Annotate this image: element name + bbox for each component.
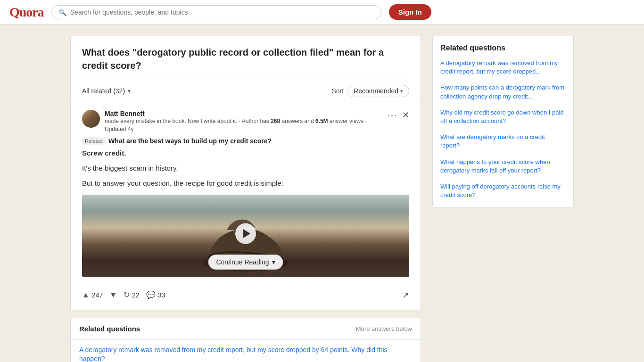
sidebar-link-4[interactable]: What are derogatory marks on a credit re… (440, 133, 566, 150)
author-info: Matt Bennett made every mistake in the b… (82, 110, 388, 133)
search-icon: 🔍 (58, 8, 66, 16)
related-questions-bottom-title: Related questions (79, 325, 140, 333)
logo: Quora (9, 5, 44, 20)
vote-row: ▲ 247 ▼ ↻ 22 💬 33 ↗ (82, 285, 409, 302)
downvote-button[interactable]: ▼ (109, 291, 117, 299)
related-tag: Related (82, 137, 106, 145)
more-answers-label: More answers below (356, 325, 412, 332)
related-bottom-link-1[interactable]: A derogatory remark was removed from my … (71, 340, 421, 362)
sort-section: Sort Recommended ▾ (331, 85, 409, 97)
downvote-icon: ▼ (109, 291, 117, 299)
answer-text-bold: Screw credit. (82, 148, 409, 159)
answer-text1: Screw credit. (82, 149, 126, 157)
related-bottom-header: Related questions More answers below (71, 318, 421, 340)
chevron-down-icon: ▾ (128, 88, 131, 94)
close-button[interactable]: ✕ (402, 110, 409, 120)
author-name[interactable]: Matt Bennett (105, 110, 388, 117)
author-answers: 268 (271, 118, 280, 124)
vote-actions: ▲ 247 ▼ ↻ 22 💬 33 (82, 290, 165, 299)
search-input[interactable] (70, 8, 374, 16)
author-details: Matt Bennett made every mistake in the b… (105, 110, 388, 133)
upvote-icon: ▲ (82, 291, 90, 299)
sidebar-link-1[interactable]: A derogatory remark was removed from my … (440, 59, 566, 76)
chevron-down-icon: ▾ (400, 88, 403, 94)
question-card: What does "derogatory public record or c… (70, 36, 421, 102)
author-bio-text2: answers and (280, 118, 315, 124)
sidebar-link-5[interactable]: What happens to your credit score when d… (440, 158, 566, 175)
sidebar-title: Related questions (440, 44, 566, 52)
sidebar-link-3[interactable]: Why did my credit score go down when I p… (440, 108, 566, 125)
reshare-icon: ↻ (124, 290, 130, 299)
reshare-button[interactable]: ↻ 22 (124, 290, 140, 299)
sidebar-link-6[interactable]: Will paying off derogatory accounts rais… (440, 182, 566, 199)
header: Quora 🔍 Sign In (0, 0, 644, 25)
reshare-count: 22 (132, 291, 140, 299)
continue-reading-label: Continue Reading (216, 258, 269, 266)
left-column: What does "derogatory public record or c… (70, 36, 421, 362)
recommended-label: Recommended (354, 87, 398, 95)
main-container: What does "derogatory public record or c… (63, 25, 581, 362)
related-question-text: What are the best ways to build up my cr… (108, 137, 272, 145)
comment-count: 33 (158, 291, 165, 299)
share-button[interactable]: ↗ (402, 290, 409, 300)
answer-block: Matt Bennett made every mistake in the b… (70, 102, 421, 310)
continue-reading-button[interactable]: Continue Reading ▾ (208, 255, 283, 270)
question-title: What does "derogatory public record or c… (82, 46, 409, 72)
play-icon (243, 229, 250, 239)
search-bar[interactable]: 🔍 (51, 5, 381, 19)
sign-in-button[interactable]: Sign In (389, 4, 431, 20)
related-tag-row: Related What are the best ways to build … (82, 137, 409, 145)
comment-button[interactable]: 💬 33 (146, 290, 165, 299)
upvote-button[interactable]: ▲ 247 (82, 291, 103, 299)
answer-header: Matt Bennett made every mistake in the b… (82, 110, 409, 133)
all-related-label: All related (32) (82, 87, 125, 95)
answer-filters: All related (32) ▾ Sort Recommended ▾ (82, 80, 409, 102)
author-bio-text1: made every mistake in the book. Now I wr… (105, 118, 271, 124)
right-sidebar: Related questions A derogatory remark wa… (432, 36, 574, 207)
sidebar-link-2[interactable]: How many points can a derogatory mark fr… (440, 83, 566, 100)
answer-actions: ··· ✕ (388, 110, 409, 120)
author-bio: made every mistake in the book. Now I wr… (105, 117, 388, 133)
answer-text2: It's the biggest scam in history. (82, 163, 409, 174)
upvote-count: 247 (92, 291, 103, 299)
comment-icon: 💬 (146, 290, 156, 299)
share-icon: ↗ (402, 290, 409, 300)
play-button[interactable] (235, 223, 256, 244)
sort-dropdown[interactable]: Recommended ▾ (347, 85, 409, 97)
related-questions-bottom-card: Related questions More answers below A d… (70, 318, 421, 362)
answer-image: Continue Reading ▾ (82, 195, 409, 277)
chevron-down-icon: ▾ (272, 258, 275, 266)
answer-text3: But to answer your question, the recipe … (82, 178, 409, 189)
author-views: 6.5M (315, 118, 328, 124)
more-options-button[interactable]: ··· (388, 111, 397, 119)
sidebar-card: Related questions A derogatory remark wa… (432, 36, 574, 207)
sort-label: Sort (331, 87, 344, 95)
avatar (82, 110, 100, 128)
all-related-filter[interactable]: All related (32) ▾ (82, 87, 131, 95)
